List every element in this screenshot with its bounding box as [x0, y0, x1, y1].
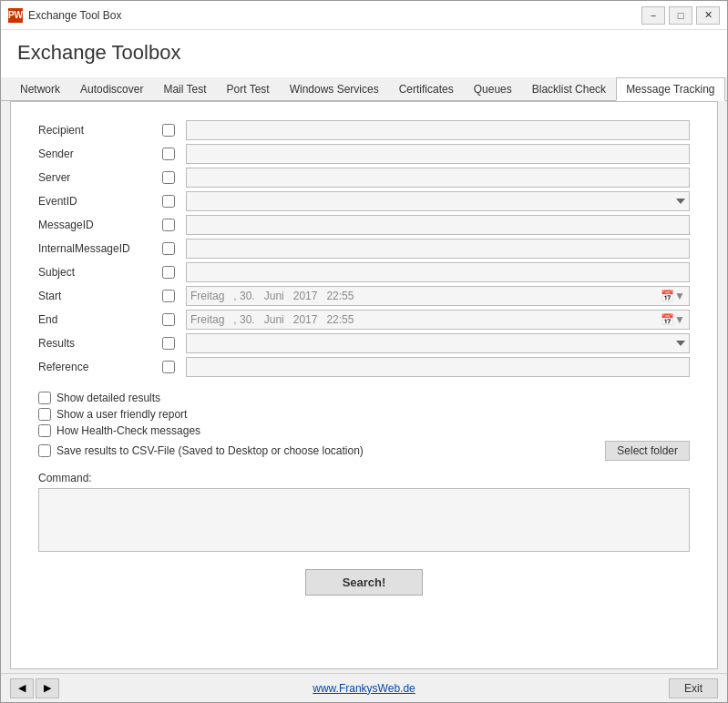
server-checkbox[interactable] — [162, 171, 175, 184]
option-save-csv: Save results to CSV-File (Saved to Deskt… — [38, 441, 690, 461]
title-bar: PW Exchange Tool Box − □ ✕ — [1, 1, 727, 30]
start-datetime-value: Freitag , 30. Juni 2017 22:55 — [190, 290, 354, 302]
select-folder-button[interactable]: Select folder — [605, 441, 690, 461]
option-health-check: How Health-Check messages — [38, 424, 690, 437]
subject-input[interactable] — [186, 262, 690, 282]
tab-porttest[interactable]: Port Test — [217, 77, 280, 101]
search-btn-area: Search! — [38, 569, 690, 596]
reference-label: Reference — [38, 361, 157, 373]
messageid-label: MessageID — [38, 219, 157, 231]
results-select[interactable] — [186, 333, 690, 353]
tab-windowsservices[interactable]: Windows Services — [280, 77, 389, 101]
tabs-bar: Network Autodiscover Mail Test Port Test… — [1, 77, 727, 101]
start-label: Start — [38, 290, 157, 302]
website-link[interactable]: www.FrankysWeb.de — [313, 682, 415, 695]
reference-input[interactable] — [186, 357, 690, 377]
sender-label: Sender — [38, 148, 157, 160]
nav-buttons: ◀ ▶ — [10, 678, 59, 698]
subject-label: Subject — [38, 266, 157, 279]
content-area: Recipient Sender Server EventID Mess — [10, 101, 718, 669]
results-checkbox[interactable] — [162, 337, 175, 350]
start-datetime[interactable]: Freitag , 30. Juni 2017 22:55 📅▼ — [186, 286, 690, 306]
option-user-friendly: Show a user friendly report — [38, 408, 690, 421]
tab-network[interactable]: Network — [10, 77, 70, 101]
main-window: PW Exchange Tool Box − □ ✕ Exchange Tool… — [0, 0, 728, 703]
server-label: Server — [38, 171, 157, 184]
user-friendly-checkbox[interactable] — [38, 408, 51, 421]
internalmessageid-checkbox[interactable] — [162, 242, 175, 255]
maximize-button[interactable]: □ — [669, 6, 692, 25]
internalmessageid-input[interactable] — [186, 239, 690, 259]
tab-queues[interactable]: Queues — [464, 77, 522, 101]
results-label: Results — [38, 337, 157, 350]
app-header: Exchange Toolbox — [1, 30, 727, 77]
reference-checkbox[interactable] — [162, 361, 175, 373]
minimize-button[interactable]: − — [641, 6, 665, 25]
save-csv-label: Save results to CSV-File (Saved to Deskt… — [56, 444, 600, 457]
subject-checkbox[interactable] — [162, 266, 175, 279]
messageid-input[interactable] — [186, 215, 690, 235]
end-datetime-value: Freitag , 30. Juni 2017 22:55 — [190, 313, 354, 326]
status-bar: ◀ ▶ www.FrankysWeb.de Exit — [1, 673, 727, 702]
back-button[interactable]: ◀ — [10, 678, 34, 698]
form-grid: Recipient Sender Server EventID Mess — [38, 120, 690, 377]
tab-autodiscover[interactable]: Autodiscover — [70, 77, 153, 101]
main-body: Recipient Sender Server EventID Mess — [1, 101, 727, 702]
window-controls: − □ ✕ — [641, 6, 720, 25]
sender-input[interactable] — [186, 144, 690, 164]
show-detailed-checkbox[interactable] — [38, 392, 51, 404]
save-csv-checkbox[interactable] — [38, 444, 51, 457]
end-checkbox[interactable] — [162, 313, 175, 326]
end-datetime[interactable]: Freitag , 30. Juni 2017 22:55 📅▼ — [186, 310, 690, 330]
messageid-checkbox[interactable] — [162, 219, 175, 231]
eventid-select[interactable] — [186, 191, 690, 211]
app-icon: PW — [8, 8, 23, 23]
internalmessageid-label: InternalMessageID — [38, 242, 157, 255]
start-checkbox[interactable] — [162, 290, 175, 302]
health-check-checkbox[interactable] — [38, 424, 51, 437]
sender-checkbox[interactable] — [162, 148, 175, 160]
recipient-checkbox[interactable] — [162, 124, 175, 137]
command-label: Command: — [38, 472, 690, 484]
options-section: Show detailed results Show a user friend… — [38, 392, 690, 461]
show-detailed-label: Show detailed results — [56, 392, 160, 404]
exit-button[interactable]: Exit — [669, 678, 718, 698]
tab-blacklistcheck[interactable]: Blacklist Check — [522, 77, 616, 101]
command-textarea[interactable] — [38, 488, 690, 552]
tab-messagetracking[interactable]: Message Tracking — [616, 77, 724, 101]
option-show-detailed: Show detailed results — [38, 392, 690, 404]
eventid-checkbox[interactable] — [162, 195, 175, 208]
server-input[interactable] — [186, 168, 690, 188]
search-button[interactable]: Search! — [305, 569, 424, 596]
user-friendly-label: Show a user friendly report — [56, 408, 187, 421]
command-section: Command: — [38, 472, 690, 555]
end-label: End — [38, 313, 157, 326]
recipient-label: Recipient — [38, 124, 157, 137]
recipient-input[interactable] — [186, 120, 690, 140]
health-check-label: How Health-Check messages — [56, 424, 200, 437]
forward-button[interactable]: ▶ — [36, 678, 59, 698]
app-title: Exchange Toolbox — [17, 41, 711, 65]
tab-certificates[interactable]: Certificates — [389, 77, 464, 101]
tab-mailtest[interactable]: Mail Test — [153, 77, 216, 101]
close-button[interactable]: ✕ — [696, 6, 720, 25]
window-title: Exchange Tool Box — [28, 9, 641, 22]
eventid-label: EventID — [38, 195, 157, 208]
